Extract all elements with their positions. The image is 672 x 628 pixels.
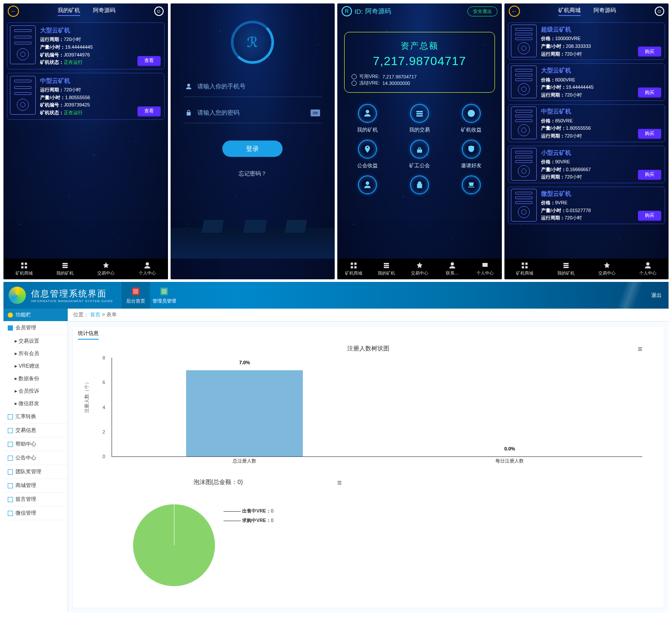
phone-input-row[interactable]: 请输入你的手机号 (184, 77, 322, 97)
tabbar-item[interactable]: 我的矿机 (44, 259, 85, 279)
sidebar-item[interactable]: 微信管理 (3, 506, 68, 520)
tabbar-label: 我的矿机 (557, 270, 575, 276)
sidebar-subitem[interactable]: 数据备份 (3, 372, 68, 385)
admin-logo (9, 287, 26, 304)
tabbar-icon (448, 262, 456, 269)
sidebar-item[interactable]: 公告中心 (3, 451, 68, 465)
chart-menu-icon[interactable]: ≡ (638, 345, 642, 354)
miner-name: 中型云矿机 (40, 76, 162, 85)
view-button[interactable]: 查看 (137, 106, 161, 116)
crumb-home[interactable]: 首页 (90, 312, 100, 318)
bar-value-label: 7.0% (239, 360, 250, 365)
password-input-row[interactable]: 请输入您的密码 ⌨ (184, 103, 322, 123)
crumb-sep: > (102, 312, 106, 318)
tabbar-label: 联系… (446, 270, 459, 276)
user-id: R ID:阿奇源码 (342, 6, 391, 16)
dashboard-icon (358, 140, 377, 159)
dashboard-cell[interactable]: 我的矿机 (342, 104, 394, 134)
dashboard-cell[interactable]: 我的交易 (394, 104, 446, 134)
dashboard-icon (462, 175, 481, 194)
dashboard-icon (358, 175, 377, 194)
bar-chart-title: 注册人数树状图 (90, 345, 647, 353)
buy-button[interactable]: 购买 (638, 129, 661, 138)
pie-legend-1: 出售中VRE：0 (224, 508, 274, 514)
forgot-password-link[interactable]: 忘记密码？ (171, 170, 335, 178)
dashboard-cell[interactable]: 邀请好友 (445, 140, 498, 169)
dashboard-icon (462, 140, 481, 159)
phone4-tabbar: 矿机商城 我的矿机 交易中心 个人中心 (504, 259, 669, 279)
chart-menu-icon[interactable]: ≡ (337, 478, 342, 487)
tabbar-icon (350, 262, 358, 269)
buy-button[interactable]: 购买 (638, 211, 661, 220)
sidebar-item[interactable]: 会员管理 (3, 321, 68, 335)
login-button[interactable]: 登录 (222, 141, 283, 157)
nav-icon (131, 286, 141, 297)
sidebar-label: 团队奖管理 (16, 468, 41, 475)
tabbar-item[interactable]: 个人中心 (127, 259, 168, 279)
tab-my-miners[interactable]: 我的矿机 (58, 6, 80, 16)
tabbar-item[interactable]: 我的矿机 (545, 259, 586, 279)
tabbar-icon (562, 262, 570, 269)
back-icon[interactable]: ← (509, 6, 520, 17)
dashboard-icon (410, 175, 429, 194)
sidebar-item[interactable]: 帮助中心 (3, 437, 68, 451)
sidebar-item[interactable]: 交易信息 (3, 424, 68, 437)
sidebar-item[interactable]: 团队奖管理 (3, 465, 68, 479)
tab-shop[interactable]: 矿机商城 (558, 6, 581, 16)
sidebar-item[interactable]: 留言管理 (3, 493, 68, 506)
sidebar-bullet-icon (8, 428, 13, 433)
sidebar-subitem[interactable]: 微信群发 (3, 397, 68, 410)
miner-name: 中型云矿机 (541, 106, 663, 116)
sidebar-subitem[interactable]: 会员投诉 (3, 385, 68, 397)
tabbar-item[interactable]: 我的矿机 (370, 259, 403, 279)
avatar-icon[interactable]: ☺ (154, 6, 164, 16)
admin-nav-item[interactable]: 管理员管理 (150, 282, 178, 309)
tab-brand[interactable]: 阿奇源码 (594, 6, 616, 16)
nav-label: 管理员管理 (152, 298, 176, 304)
tabbar-item[interactable]: 矿机商城 (504, 259, 545, 279)
dashboard-cell[interactable]: 矿工公会 (394, 140, 446, 169)
admin-nav-item[interactable]: 后台首页 (121, 282, 150, 309)
miner-name: 超级云矿机 (541, 25, 663, 34)
tabbar-item[interactable]: 交易中心 (586, 259, 627, 279)
x-category-label: 每日注册人数 (495, 458, 524, 464)
keyboard-icon[interactable]: ⌨ (311, 109, 320, 116)
tabbar-item[interactable]: 个人中心 (469, 259, 501, 279)
avatar-icon[interactable]: ☺ (655, 6, 664, 16)
tabbar-item[interactable]: 联系… (436, 259, 469, 279)
back-icon[interactable]: ← (8, 6, 19, 17)
dashboard-cell[interactable] (342, 175, 394, 198)
view-button[interactable]: 查看 (137, 56, 161, 66)
dashboard-icon (358, 104, 377, 123)
dashboard-cell[interactable] (445, 175, 498, 198)
tab-brand[interactable]: 阿奇源码 (93, 6, 115, 16)
tabbar-item[interactable]: 个人中心 (628, 259, 669, 279)
tabbar-item[interactable]: 矿机商城 (337, 259, 370, 279)
tabbar-icon (603, 262, 611, 269)
buy-button[interactable]: 购买 (638, 170, 661, 179)
buy-button[interactable]: 购买 (638, 87, 661, 97)
phone-screenshots-row: ← 我的矿机 阿奇源码 ☺ 大型云矿机 运行周期：720小时 产量/小时：19.… (3, 3, 669, 279)
sidebar-item[interactable]: 汇率转换 (3, 410, 68, 424)
buy-button[interactable]: 购买 (638, 47, 661, 56)
dashboard-cell[interactable] (394, 175, 446, 198)
tabbar-item[interactable]: 矿机商城 (3, 259, 44, 279)
admin-exit-link[interactable]: 退出 (651, 292, 662, 299)
tabbar-label: 交易中心 (97, 270, 115, 276)
sidebar-header: 功能栏 (3, 309, 68, 321)
miner-icon (511, 25, 537, 57)
dashboard-label: 矿工公会 (409, 162, 430, 169)
shop-card: 小型云矿机 价格：90VRE 产量/小时：0.16666667 运行周期：720… (508, 146, 666, 183)
sidebar-subitem[interactable]: VRE赠送 (3, 360, 68, 372)
dashboard-cell[interactable]: 矿机收益 (445, 104, 498, 134)
tabbar-item[interactable]: 交易中心 (86, 259, 127, 279)
sidebar-subitem[interactable]: 交易设置 (3, 335, 68, 347)
sidebar-label: 会员管理 (16, 324, 36, 331)
safe-exit-button[interactable]: 安全退出 (467, 6, 498, 16)
tabbar-item[interactable]: 交易中心 (403, 259, 436, 279)
sidebar-item[interactable]: 商城管理 (3, 479, 68, 493)
uid-value: 阿奇源码 (365, 7, 391, 16)
sidebar-subitem[interactable]: 所有会员 (3, 347, 68, 360)
dashboard-cell[interactable]: 公会收益 (342, 140, 394, 169)
tabbar-label: 交易中心 (598, 270, 616, 276)
